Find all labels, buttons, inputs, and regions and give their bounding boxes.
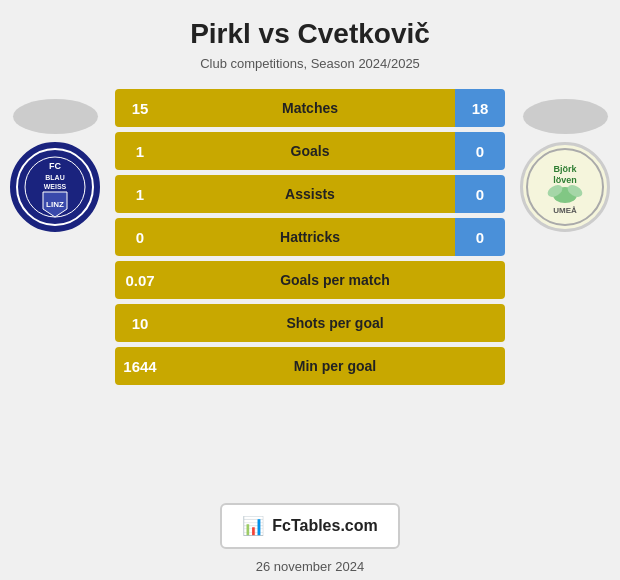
stat-label-assists: Assists: [165, 175, 455, 213]
stat-label-goals-per-match: Goals per match: [165, 261, 505, 299]
svg-text:UMEÅ: UMEÅ: [553, 206, 577, 215]
stat-left-val-shots-per-goal: 10: [115, 304, 165, 342]
page-subtitle: Club competitions, Season 2024/2025: [20, 56, 600, 71]
left-badge-inner: FC BLAU WEISS LINZ: [15, 147, 95, 227]
stat-label-min-per-goal: Min per goal: [165, 347, 505, 385]
bottom-area: 📊 FcTables.com 26 november 2024: [0, 491, 620, 580]
left-badge-svg: FC BLAU WEISS LINZ: [15, 147, 95, 227]
fctables-text: FcTables.com: [272, 517, 378, 535]
stat-label-goals: Goals: [165, 132, 455, 170]
fctables-icon: 📊: [242, 515, 264, 537]
stat-left-val-min-per-goal: 1644: [115, 347, 165, 385]
left-team-badge: FC BLAU WEISS LINZ: [10, 142, 100, 232]
right-oval-decoration: [523, 99, 608, 134]
stat-right-val-matches: 18: [455, 89, 505, 127]
svg-text:FC: FC: [49, 161, 61, 171]
stat-right-val-hattricks: 0: [455, 218, 505, 256]
svg-text:Björk: Björk: [553, 164, 577, 174]
stat-row-goals: 1Goals0: [115, 132, 505, 170]
stat-label-matches: Matches: [165, 89, 455, 127]
stat-row-assists: 1Assists0: [115, 175, 505, 213]
right-team-badge: Björk löven UMEÅ: [520, 142, 610, 232]
left-team-area: FC BLAU WEISS LINZ: [0, 89, 110, 232]
stat-left-val-goals-per-match: 0.07: [115, 261, 165, 299]
stats-area: 15Matches181Goals01Assists00Hattricks00.…: [110, 89, 510, 385]
stat-left-val-assists: 1: [115, 175, 165, 213]
stat-left-val-matches: 15: [115, 89, 165, 127]
left-oval-decoration: [13, 99, 98, 134]
svg-text:BLAU: BLAU: [45, 174, 64, 181]
stat-row-goals-per-match: 0.07Goals per match: [115, 261, 505, 299]
stat-left-val-hattricks: 0: [115, 218, 165, 256]
page-title: Pirkl vs Cvetkovič: [20, 18, 600, 50]
stat-label-hattricks: Hattricks: [165, 218, 455, 256]
stat-right-val-assists: 0: [455, 175, 505, 213]
stat-row-matches: 15Matches18: [115, 89, 505, 127]
right-team-area: Björk löven UMEÅ: [510, 89, 620, 232]
stat-row-hattricks: 0Hattricks0: [115, 218, 505, 256]
right-badge-svg: Björk löven UMEÅ: [525, 147, 605, 227]
stat-row-shots-per-goal: 10Shots per goal: [115, 304, 505, 342]
svg-text:WEISS: WEISS: [44, 183, 67, 190]
stat-row-min-per-goal: 1644Min per goal: [115, 347, 505, 385]
page-header: Pirkl vs Cvetkovič Club competitions, Se…: [0, 0, 620, 79]
fctables-banner: 📊 FcTables.com: [220, 503, 400, 549]
main-content: FC BLAU WEISS LINZ 15Matches181Goals01As…: [0, 79, 620, 491]
stat-right-val-goals: 0: [455, 132, 505, 170]
stat-label-shots-per-goal: Shots per goal: [165, 304, 505, 342]
stat-left-val-goals: 1: [115, 132, 165, 170]
svg-text:löven: löven: [553, 175, 577, 185]
footer-date: 26 november 2024: [256, 559, 364, 574]
svg-text:LINZ: LINZ: [46, 200, 64, 209]
